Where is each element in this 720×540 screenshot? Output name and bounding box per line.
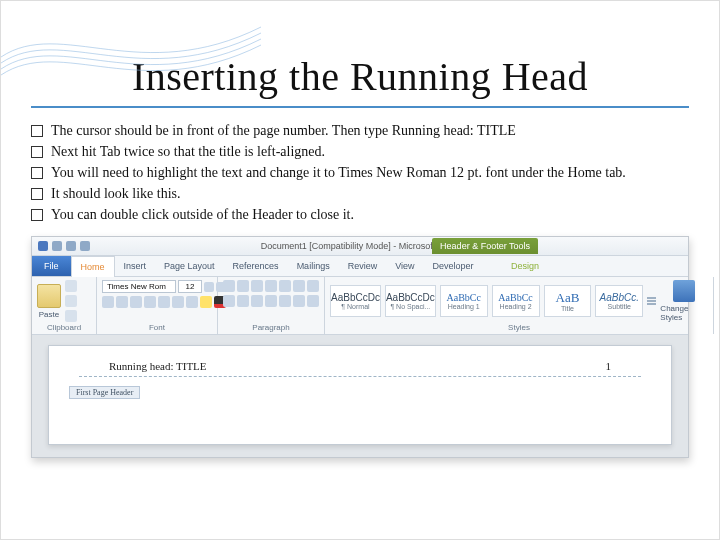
group-font: Times New Rom 12 Font xyxy=(97,277,218,334)
cut-icon[interactable] xyxy=(65,280,77,292)
superscript-icon[interactable] xyxy=(172,296,184,308)
title-underline xyxy=(31,106,689,108)
highlight-icon[interactable] xyxy=(200,296,212,308)
document-page[interactable]: Running head: TITLE 1 First Page Header xyxy=(48,345,672,445)
style-no-spacing[interactable]: AaBbCcDc¶ No Spaci... xyxy=(385,285,436,317)
group-clipboard: Paste Clipboard xyxy=(32,277,97,334)
tab-page-layout[interactable]: Page Layout xyxy=(155,256,224,276)
tab-developer[interactable]: Developer xyxy=(424,256,483,276)
tab-view[interactable]: View xyxy=(386,256,423,276)
ribbon: Paste Clipboard Times New Rom 12 xyxy=(32,277,688,335)
tab-review[interactable]: Review xyxy=(339,256,387,276)
group-label-paragraph: Paragraph xyxy=(223,323,319,332)
bullet-text: It should look like this. xyxy=(51,185,689,204)
change-styles-icon xyxy=(673,280,695,302)
grow-font-icon[interactable] xyxy=(204,282,214,292)
tab-home[interactable]: Home xyxy=(71,256,115,277)
increase-indent-icon[interactable] xyxy=(279,280,291,292)
styles-more-icon[interactable] xyxy=(647,280,656,322)
underline-icon[interactable] xyxy=(130,296,142,308)
word-screenshot: Document1 [Compatibility Mode] - Microso… xyxy=(31,236,689,458)
format-painter-icon[interactable] xyxy=(65,310,77,322)
paste-label[interactable]: Paste xyxy=(39,310,59,319)
font-family-dropdown[interactable]: Times New Rom xyxy=(102,280,176,293)
style-subtitle[interactable]: AaBbCc.Subtitle xyxy=(595,285,643,317)
copy-icon[interactable] xyxy=(65,295,77,307)
undo-icon[interactable] xyxy=(66,241,76,251)
italic-icon[interactable] xyxy=(116,296,128,308)
bullet-text: The cursor should be in front of the pag… xyxy=(51,122,689,141)
sort-icon[interactable] xyxy=(293,280,305,292)
ribbon-tabs: File Home Insert Page Layout References … xyxy=(32,256,688,277)
subscript-icon[interactable] xyxy=(158,296,170,308)
style-heading-1[interactable]: AaBbCcHeading 1 xyxy=(440,285,488,317)
bullet-text: Next hit Tab twice so that the title is … xyxy=(51,143,689,162)
multilevel-icon[interactable] xyxy=(251,280,263,292)
tab-mailings[interactable]: Mailings xyxy=(288,256,339,276)
document-area[interactable]: Running head: TITLE 1 First Page Header xyxy=(32,335,688,457)
align-center-icon[interactable] xyxy=(237,295,249,307)
style-heading-2[interactable]: AaBbCcHeading 2 xyxy=(492,285,540,317)
bullets-icon[interactable] xyxy=(223,280,235,292)
shading-icon[interactable] xyxy=(293,295,305,307)
quick-access-toolbar[interactable] xyxy=(32,241,96,251)
tab-design-context[interactable]: Design xyxy=(502,256,548,276)
style-title[interactable]: AaBTitle xyxy=(544,285,592,317)
word-titlebar: Document1 [Compatibility Mode] - Microso… xyxy=(32,237,688,256)
bullet-icon xyxy=(31,167,43,179)
decrease-indent-icon[interactable] xyxy=(265,280,277,292)
header-running-head-text[interactable]: Running head: TITLE xyxy=(109,360,207,372)
header-page-number[interactable]: 1 xyxy=(606,360,612,372)
header-label-tag: First Page Header xyxy=(69,386,140,399)
strike-icon[interactable] xyxy=(144,296,156,308)
bullet-icon xyxy=(31,146,43,158)
bullet-text: You will need to highlight the text and … xyxy=(51,164,689,183)
numbering-icon[interactable] xyxy=(237,280,249,292)
tab-insert[interactable]: Insert xyxy=(115,256,156,276)
group-styles: AaBbCcDc¶ Normal AaBbCcDc¶ No Spaci... A… xyxy=(325,277,714,334)
align-left-icon[interactable] xyxy=(223,295,235,307)
align-right-icon[interactable] xyxy=(251,295,263,307)
show-marks-icon[interactable] xyxy=(307,280,319,292)
bullet-icon xyxy=(31,209,43,221)
group-label-styles: Styles xyxy=(330,323,708,332)
change-styles-button[interactable]: Change Styles xyxy=(660,280,708,322)
slide-title: Inserting the Running Head xyxy=(31,53,689,100)
group-label-clipboard: Clipboard xyxy=(37,323,91,332)
bold-icon[interactable] xyxy=(102,296,114,308)
style-normal[interactable]: AaBbCcDc¶ Normal xyxy=(330,285,381,317)
tab-file[interactable]: File xyxy=(32,256,71,276)
group-editing: Find Replace Select Editing xyxy=(714,277,720,334)
bullet-text: You can double click outside of the Head… xyxy=(51,206,689,225)
line-spacing-icon[interactable] xyxy=(279,295,291,307)
contextual-tab-header: Header & Footer Tools xyxy=(432,238,538,254)
window-title: Document1 [Compatibility Mode] - Microso… xyxy=(32,241,688,251)
bullet-icon xyxy=(31,125,43,137)
justify-icon[interactable] xyxy=(265,295,277,307)
font-size-dropdown[interactable]: 12 xyxy=(178,280,202,293)
bullet-icon xyxy=(31,188,43,200)
borders-icon[interactable] xyxy=(307,295,319,307)
header-boundary-line xyxy=(79,376,641,377)
tab-references[interactable]: References xyxy=(224,256,288,276)
group-paragraph: Paragraph xyxy=(218,277,325,334)
paste-icon[interactable] xyxy=(37,284,61,308)
redo-icon[interactable] xyxy=(80,241,90,251)
bullet-list: The cursor should be in front of the pag… xyxy=(31,122,689,224)
group-label-font: Font xyxy=(102,323,212,332)
text-effects-icon[interactable] xyxy=(186,296,198,308)
save-icon[interactable] xyxy=(52,241,62,251)
word-app-icon xyxy=(38,241,48,251)
